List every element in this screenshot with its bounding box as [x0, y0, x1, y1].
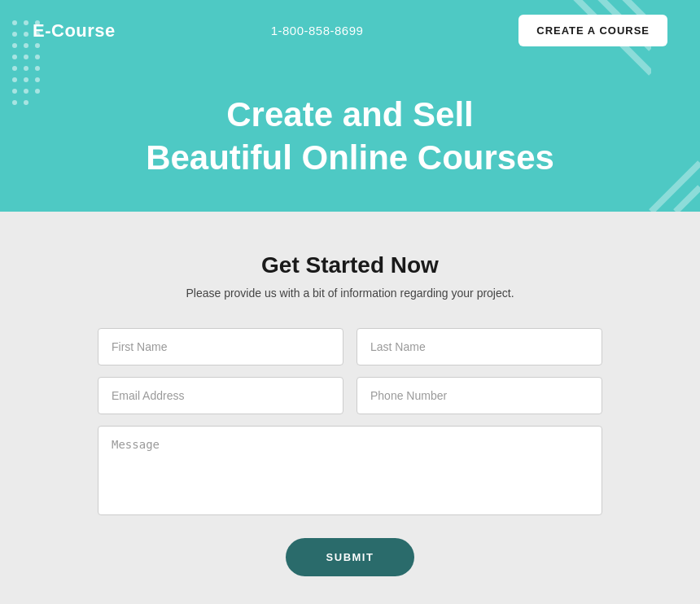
navbar: E-Course 1-800-858-8699 CREATE A COURSE [0, 0, 700, 61]
hero-title-line1: Create and Sell [226, 95, 473, 133]
message-row [98, 426, 602, 515]
email-input[interactable] [98, 377, 343, 414]
phone-input[interactable] [357, 377, 602, 414]
name-row [98, 328, 602, 365]
section-subtitle: Please provide us with a bit of informat… [186, 287, 514, 300]
hero-section: Create and Sell Beautiful Online Courses [0, 61, 700, 212]
phone-number: 1-800-858-8699 [271, 24, 364, 37]
create-course-button[interactable]: CREATE A COURSE [518, 15, 667, 46]
hero-title-line2: Beautiful Online Courses [146, 138, 554, 177]
last-name-input[interactable] [357, 328, 602, 365]
site-logo: E-Course [33, 20, 116, 42]
submit-button[interactable]: SUBMIT [286, 538, 415, 576]
section-title: Get Started Now [261, 252, 439, 278]
header: E-Course 1-800-858-8699 CREATE A COURSE … [0, 0, 700, 212]
hero-title: Create and Sell Beautiful Online Courses [146, 94, 554, 179]
contact-form: SUBMIT [98, 328, 602, 576]
contact-row [98, 377, 602, 414]
first-name-input[interactable] [98, 328, 343, 365]
main-section: Get Started Now Please provide us with a… [0, 212, 700, 604]
message-input[interactable] [98, 426, 602, 515]
